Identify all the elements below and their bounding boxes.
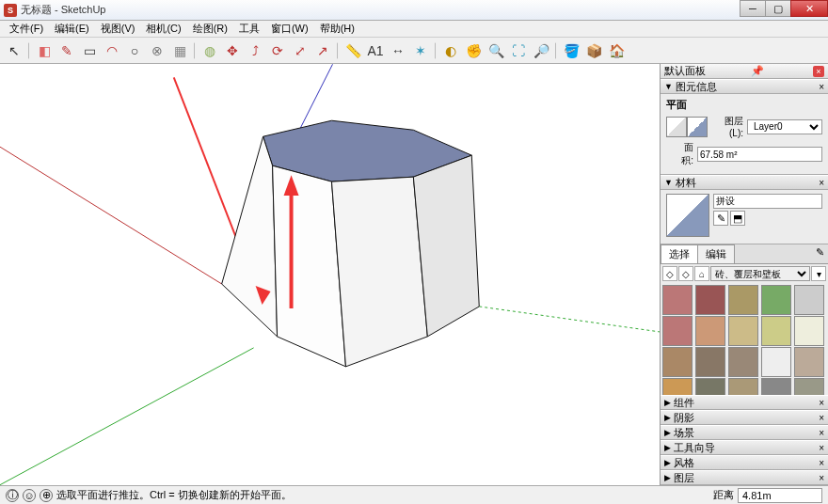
- texture-swatch[interactable]: [794, 285, 824, 315]
- texture-swatch[interactable]: [662, 347, 693, 377]
- panel-entity-info-head[interactable]: ▼ 图元信息 ×: [661, 79, 828, 94]
- layer-select[interactable]: Layer0: [747, 119, 822, 134]
- tool-move[interactable]: ✥: [222, 40, 243, 61]
- tool-protractor[interactable]: ◐: [440, 40, 461, 61]
- menu-draw[interactable]: 绘图(R): [187, 20, 233, 38]
- current-material-swatch[interactable]: [666, 194, 709, 237]
- panel-风格-head[interactable]: ▶风格×: [661, 455, 828, 470]
- texture-swatch[interactable]: [761, 285, 791, 315]
- svg-line-2: [479, 307, 660, 332]
- panel-close-icon[interactable]: ×: [819, 458, 824, 468]
- default-material-button[interactable]: ⬒: [730, 211, 745, 226]
- panel-场景-head[interactable]: ▶场景×: [661, 425, 828, 440]
- panel-阴影-head[interactable]: ▶阴影×: [661, 410, 828, 425]
- back-button[interactable]: ◇: [662, 266, 677, 281]
- tool-rect[interactable]: ▭: [79, 40, 100, 61]
- texture-swatch[interactable]: [695, 316, 725, 346]
- texture-swatch[interactable]: [794, 316, 824, 346]
- pin-icon[interactable]: 📌: [751, 65, 764, 77]
- tray-close-button[interactable]: ×: [813, 66, 824, 77]
- texture-swatch[interactable]: [662, 316, 693, 346]
- menubar: 文件(F) 编辑(E) 视图(V) 相机(C) 绘图(R) 工具 窗口(W) 帮…: [0, 21, 828, 38]
- eyedropper-icon[interactable]: ✎: [812, 244, 828, 263]
- fwd-button[interactable]: ◇: [678, 266, 693, 281]
- expand-icon: ▶: [664, 458, 671, 467]
- texture-swatch[interactable]: [728, 378, 758, 395]
- layer-label: 图层(L):: [711, 115, 743, 138]
- tool-component[interactable]: 📦: [583, 40, 604, 61]
- tool-followme[interactable]: ↗: [312, 40, 333, 61]
- vcb-input[interactable]: [738, 488, 822, 503]
- panel-close-icon[interactable]: ×: [819, 413, 824, 423]
- tool-circle[interactable]: ○: [124, 40, 145, 61]
- texture-swatch[interactable]: [794, 347, 824, 377]
- geo-icon[interactable]: ⊕: [40, 489, 53, 502]
- tool-arc[interactable]: ◠: [102, 40, 122, 61]
- panel-close-icon[interactable]: ×: [819, 473, 824, 483]
- home-button[interactable]: ⌂: [694, 266, 709, 281]
- tab-edit[interactable]: 编辑: [697, 244, 735, 263]
- collection-select[interactable]: 砖、覆层和壁板: [710, 266, 810, 281]
- menu-tools[interactable]: 工具: [233, 20, 265, 38]
- menu-file[interactable]: 文件(F): [4, 20, 49, 38]
- texture-swatch[interactable]: [662, 285, 693, 315]
- tool-polygon[interactable]: ▦: [169, 40, 190, 61]
- create-material-button[interactable]: ✎: [713, 211, 728, 226]
- menu-camera[interactable]: 相机(C): [140, 20, 186, 38]
- tool-pushpull[interactable]: ◍: [199, 40, 220, 61]
- tool-select[interactable]: ↖: [4, 40, 24, 61]
- tool-pan[interactable]: 🔍: [486, 40, 506, 61]
- tool-rotate[interactable]: ⟳: [267, 40, 288, 61]
- texture-swatch[interactable]: [761, 378, 791, 395]
- texture-swatch[interactable]: [761, 347, 791, 377]
- panel-close-icon[interactable]: ×: [819, 428, 824, 438]
- info-icon[interactable]: ⓘ: [6, 489, 19, 502]
- user-icon[interactable]: ☺: [23, 489, 36, 502]
- tool-zoom-extents[interactable]: ⛶: [508, 40, 529, 61]
- minimize-button[interactable]: ─: [740, 0, 766, 17]
- maximize-button[interactable]: ▢: [765, 0, 791, 17]
- panel-close-icon[interactable]: ×: [819, 82, 824, 92]
- tool-scale[interactable]: ⤢: [290, 40, 310, 61]
- tool-paint[interactable]: 🪣: [561, 40, 581, 61]
- panel-close-icon[interactable]: ×: [819, 443, 824, 453]
- panel-工具向导-head[interactable]: ▶工具向导×: [661, 440, 828, 455]
- texture-swatch[interactable]: [728, 285, 758, 315]
- panel-close-icon[interactable]: ×: [819, 398, 824, 408]
- tool-orbit[interactable]: ✊: [463, 40, 484, 61]
- tool-eraser[interactable]: ◧: [34, 40, 55, 61]
- tab-select[interactable]: 选择: [661, 244, 698, 263]
- texture-swatch[interactable]: [695, 285, 725, 315]
- close-button[interactable]: ✕: [790, 0, 828, 17]
- texture-swatch[interactable]: [695, 378, 725, 395]
- collapse-icon: ▼: [664, 178, 673, 187]
- viewport[interactable]: [0, 64, 661, 485]
- panel-图层-head[interactable]: ▶图层×: [661, 470, 828, 485]
- texture-swatch[interactable]: [794, 378, 824, 395]
- texture-swatch[interactable]: [695, 347, 725, 377]
- tool-dim[interactable]: ↔: [388, 40, 408, 61]
- tool-offset[interactable]: ⤴: [245, 40, 265, 61]
- panel-close-icon[interactable]: ×: [819, 178, 824, 188]
- face-swatch[interactable]: [666, 117, 708, 137]
- texture-swatch[interactable]: [662, 378, 693, 395]
- texture-swatch[interactable]: [728, 316, 758, 346]
- tool-3dwh[interactable]: 🏠: [606, 40, 627, 61]
- panel-title: 图层: [674, 471, 694, 485]
- menu-help[interactable]: 帮助(H): [314, 20, 360, 38]
- tool-zoom-window[interactable]: 🔎: [531, 40, 551, 61]
- panel-组件-head[interactable]: ▶组件×: [661, 395, 828, 410]
- tool-freehand[interactable]: ⊗: [147, 40, 167, 61]
- panel-materials-head[interactable]: ▼ 材料 ×: [661, 175, 828, 190]
- tool-line[interactable]: ✎: [56, 40, 77, 61]
- tool-tape[interactable]: 📏: [342, 40, 363, 61]
- tool-text[interactable]: A1: [365, 40, 386, 61]
- menu-edit[interactable]: 编辑(E): [49, 20, 95, 38]
- menu-view[interactable]: 视图(V): [95, 20, 141, 38]
- menu-button[interactable]: ▾: [811, 266, 826, 281]
- material-name[interactable]: 拼设: [713, 194, 822, 209]
- tool-axes[interactable]: ✶: [410, 40, 431, 61]
- texture-swatch[interactable]: [728, 347, 758, 377]
- texture-swatch[interactable]: [761, 316, 791, 346]
- menu-window[interactable]: 窗口(W): [265, 20, 314, 38]
